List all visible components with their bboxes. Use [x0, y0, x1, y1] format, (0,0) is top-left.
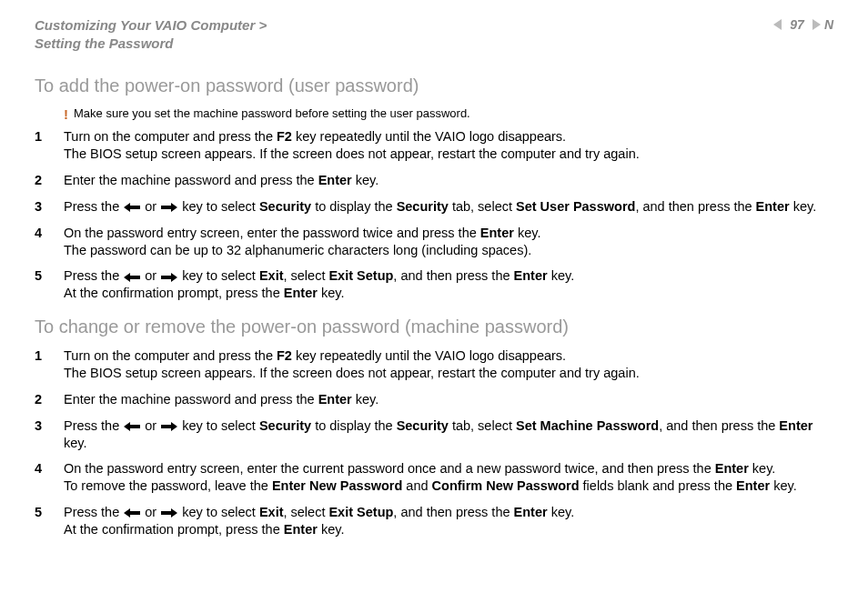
step-item: Enter the machine password and press the… — [35, 391, 833, 408]
bold-text: Enter — [318, 392, 352, 407]
bold-text: Enter — [779, 418, 812, 433]
step-item: Press the or key to select Security to d… — [35, 417, 833, 452]
bold-text: Set Machine Password — [516, 418, 659, 433]
next-page-arrow-icon[interactable] — [810, 18, 823, 31]
step-line: The password can be up to 32 alphanumeri… — [64, 242, 833, 259]
warning-text: Make sure you set the machine password b… — [74, 106, 470, 122]
step-item: Press the or key to select Exit, select … — [35, 267, 833, 302]
arrow-left-icon — [124, 203, 140, 212]
svg-marker-5 — [161, 273, 177, 282]
step-line: To remove the password, leave the Enter … — [64, 477, 833, 495]
steps-list-add: Turn on the computer and press the F2 ke… — [35, 128, 833, 302]
bold-text: Enter — [715, 461, 749, 476]
bold-text: Enter — [318, 173, 352, 187]
svg-marker-1 — [812, 19, 821, 30]
bold-text: Exit Setup — [328, 268, 393, 283]
breadcrumb-line2: Setting the Password — [35, 35, 174, 51]
step-line: At the confirmation prompt, press the En… — [64, 285, 833, 302]
arrow-left-icon — [124, 273, 140, 282]
step-line: Enter the machine password and press the… — [64, 391, 833, 408]
step-line: On the password entry screen, enter the … — [64, 460, 833, 477]
svg-marker-2 — [124, 203, 140, 212]
svg-marker-7 — [161, 422, 177, 431]
step-line: The BIOS setup screen appears. If the sc… — [64, 146, 833, 163]
warning-block: ! Make sure you set the machine password… — [64, 106, 833, 122]
nav-letter: N — [824, 16, 833, 33]
bold-text: Exit — [259, 268, 284, 283]
bold-text: Exit — [259, 505, 284, 519]
svg-marker-0 — [773, 19, 782, 30]
page-header: Customizing Your VAIO Computer > Setting… — [35, 16, 833, 54]
step-line: Press the or key to select Security to d… — [64, 417, 833, 452]
warning-icon: ! — [64, 107, 68, 121]
arrow-right-icon — [161, 508, 177, 518]
bold-text: Enter — [284, 522, 318, 537]
bold-text: Exit Setup — [328, 505, 393, 519]
section-title-add-password: To add the power-on password (user passw… — [35, 74, 833, 97]
bold-text: F2 — [277, 348, 292, 363]
bold-text: Enter — [284, 286, 318, 300]
step-item: Press the or key to select Security to d… — [35, 198, 833, 216]
svg-marker-8 — [124, 508, 140, 518]
arrow-left-icon — [124, 422, 140, 431]
step-item: Press the or key to select Exit, select … — [35, 504, 833, 538]
arrow-right-icon — [161, 273, 177, 282]
svg-marker-6 — [124, 422, 140, 431]
step-item: Turn on the computer and press the F2 ke… — [35, 347, 833, 382]
bold-text: Enter — [480, 226, 514, 240]
step-line: Press the or key to select Exit, select … — [64, 267, 833, 285]
step-line: Enter the machine password and press the… — [64, 172, 833, 189]
step-item: On the password entry screen, enter the … — [35, 460, 833, 495]
page-navigation: 97 N — [772, 16, 833, 33]
bold-text: Set User Password — [516, 199, 635, 214]
step-line: Turn on the computer and press the F2 ke… — [64, 128, 833, 146]
bold-text: Enter — [514, 505, 548, 519]
bold-text: Enter New Password — [272, 478, 402, 493]
bold-text: Security — [259, 418, 311, 433]
arrow-right-icon — [161, 422, 177, 431]
arrow-left-icon — [124, 508, 140, 518]
step-line: Press the or key to select Exit, select … — [64, 504, 833, 521]
breadcrumb: Customizing Your VAIO Computer > Setting… — [35, 16, 267, 54]
bold-text: Security — [397, 418, 449, 433]
step-line: The BIOS setup screen appears. If the sc… — [64, 365, 833, 382]
bold-text: F2 — [277, 129, 292, 144]
step-line: Press the or key to select Security to d… — [64, 198, 833, 216]
svg-marker-3 — [161, 203, 177, 212]
bold-text: Security — [259, 199, 311, 214]
bold-text: Enter — [756, 199, 790, 214]
breadcrumb-line1: Customizing Your VAIO Computer > — [35, 17, 267, 33]
bold-text: Security — [397, 199, 449, 214]
step-item: Enter the machine password and press the… — [35, 172, 833, 189]
step-line: On the password entry screen, enter the … — [64, 225, 833, 242]
arrow-right-icon — [161, 203, 177, 212]
bold-text: Enter — [514, 268, 548, 283]
section-title-change-password: To change or remove the power-on passwor… — [35, 315, 833, 338]
bold-text: Enter — [736, 478, 770, 493]
steps-list-change: Turn on the computer and press the F2 ke… — [35, 347, 833, 538]
bold-text: Confirm New Password — [432, 478, 580, 493]
step-item: On the password entry screen, enter the … — [35, 225, 833, 259]
step-item: Turn on the computer and press the F2 ke… — [35, 128, 833, 163]
svg-marker-9 — [161, 508, 177, 518]
prev-page-arrow-icon[interactable] — [772, 18, 784, 31]
svg-marker-4 — [124, 273, 140, 282]
step-line: Turn on the computer and press the F2 ke… — [64, 347, 833, 365]
step-line: At the confirmation prompt, press the En… — [64, 521, 833, 538]
page-number: 97 — [790, 16, 804, 33]
